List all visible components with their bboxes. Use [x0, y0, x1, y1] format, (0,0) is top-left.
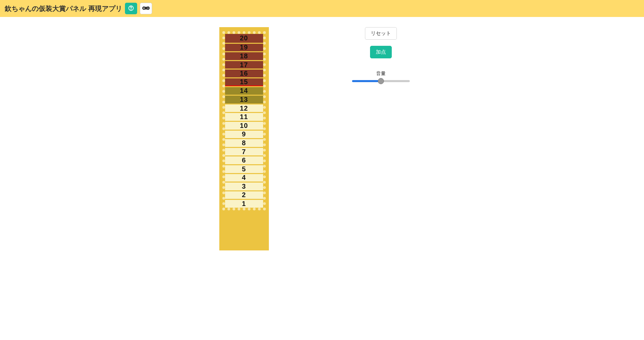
panel-row: 18	[225, 51, 263, 60]
svg-point-8	[148, 8, 149, 8]
panel-number: 3	[242, 183, 246, 190]
panel-row: 10	[225, 121, 263, 130]
panel-number: 6	[242, 156, 246, 164]
gamepad-icon	[142, 6, 150, 12]
svg-point-1	[131, 9, 131, 10]
panel-row: 11	[225, 112, 263, 121]
panel-row: 3	[225, 182, 263, 190]
panel-number: 9	[242, 130, 246, 138]
controller-button[interactable]	[140, 3, 152, 14]
panel-number: 5	[242, 165, 246, 173]
panel-number: 15	[240, 78, 248, 86]
panel-number: 14	[240, 87, 248, 95]
panel-row: 6	[225, 155, 263, 164]
volume-control: 音量	[352, 71, 410, 83]
panel-row: 19	[225, 43, 263, 52]
add-point-button[interactable]: 加点	[370, 46, 392, 58]
panel-row: 7	[225, 147, 263, 156]
reset-button[interactable]: リセット	[365, 27, 397, 40]
panel-row: 9	[225, 130, 263, 138]
panel-row: 12	[225, 103, 263, 112]
score-panel-inner: 20 19 18 17 16 15 14 13 12 11 10 9 8 7 6…	[222, 31, 266, 210]
panel-row: 5	[225, 164, 263, 173]
panel-number: 2	[242, 191, 246, 199]
panel-number: 16	[240, 70, 248, 77]
panel-number: 4	[242, 174, 246, 182]
panel-row: 14	[225, 86, 263, 95]
panel-number: 1	[242, 200, 246, 208]
main-content: 20 19 18 17 16 15 14 13 12 11 10 9 8 7 6…	[0, 17, 644, 250]
panel-number: 12	[240, 105, 248, 112]
panel-number: 13	[240, 96, 248, 103]
panel-number: 7	[242, 148, 246, 156]
panel-row: 13	[225, 95, 263, 103]
svg-rect-6	[144, 7, 144, 9]
panel-number: 17	[240, 61, 248, 69]
app-title: 欽ちゃんの仮装大賞パネル 再現アプリ	[5, 4, 122, 13]
panel-number: 10	[240, 122, 248, 130]
controls-panel: リセット 加点 音量	[337, 27, 425, 250]
volume-label: 音量	[352, 71, 410, 77]
panel-row: 16	[225, 69, 263, 77]
panel-row: 1	[225, 199, 263, 208]
panel-number: 20	[240, 34, 248, 42]
panel-row: 4	[225, 173, 263, 182]
help-icon	[128, 5, 134, 12]
panel-row: 8	[225, 138, 263, 147]
panel-row: 17	[225, 60, 263, 69]
app-header: 欽ちゃんの仮装大賞パネル 再現アプリ	[0, 0, 644, 17]
volume-slider[interactable]	[352, 80, 410, 82]
panel-number: 19	[240, 43, 248, 51]
panel-row: 15	[225, 77, 263, 86]
score-panel: 20 19 18 17 16 15 14 13 12 11 10 9 8 7 6…	[219, 27, 269, 250]
panel-number: 8	[242, 139, 246, 147]
panel-number: 18	[240, 52, 248, 60]
help-button[interactable]	[125, 3, 137, 14]
svg-point-7	[147, 8, 148, 8]
panel-row: 20	[225, 34, 263, 43]
panel-number: 11	[240, 113, 248, 121]
panel-row: 2	[225, 190, 263, 199]
